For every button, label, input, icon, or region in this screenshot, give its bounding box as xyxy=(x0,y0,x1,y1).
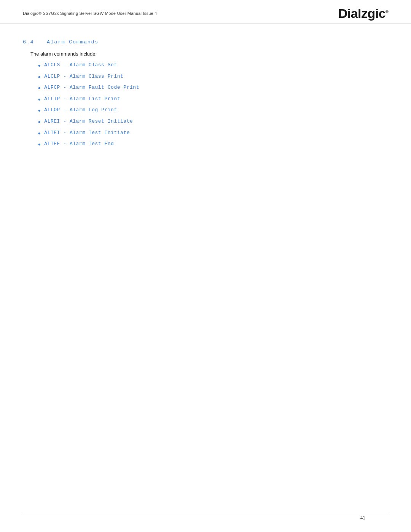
page-header: Dialogic® SS7G2x Signaling Server SGW Mo… xyxy=(0,0,411,24)
altei-link[interactable]: ALTEI - Alarm Test Initiate xyxy=(44,130,130,136)
alclp-link[interactable]: ALCLP - Alarm Class Print xyxy=(44,73,123,79)
alrei-link[interactable]: ALREI - Alarm Reset Initiate xyxy=(44,118,133,124)
list-item: • ALCLS - Alarm Class Set xyxy=(38,62,388,70)
bullet-icon: • xyxy=(38,85,40,93)
section-heading: 6.4 Alarm Commands xyxy=(23,39,388,45)
bullet-icon: • xyxy=(38,96,40,104)
list-item: • ALCLP - Alarm Class Print xyxy=(38,73,388,82)
list-item: • ALTEI - Alarm Test Initiate xyxy=(38,130,388,138)
main-content: 6.4 Alarm Commands The alarm commands in… xyxy=(0,24,411,175)
alfcp-link[interactable]: ALFCP - Alarm Fault Code Print xyxy=(44,85,139,90)
section-number: 6.4 xyxy=(23,39,34,45)
bullet-icon: • xyxy=(38,62,40,70)
allop-link[interactable]: ALLOP - Alarm Log Print xyxy=(44,107,117,113)
list-item: • ALFCP - Alarm Fault Code Print xyxy=(38,85,388,93)
allip-link[interactable]: ALLIP - Alarm List Print xyxy=(44,96,120,102)
list-item: • ALTEE - Alarm Test End xyxy=(38,141,388,149)
bullet-icon: • xyxy=(38,130,40,138)
logo-area: Dialzgic® xyxy=(338,7,388,20)
altee-link[interactable]: ALTEE - Alarm Test End xyxy=(44,141,114,147)
list-item: • ALLOP - Alarm Log Print xyxy=(38,107,388,115)
intro-text: The alarm commands include: xyxy=(30,51,388,57)
bullet-icon: • xyxy=(38,118,40,127)
page-footer: 41 xyxy=(23,512,388,521)
page-container: Dialogic® SS7G2x Signaling Server SGW Mo… xyxy=(0,0,411,532)
logo-registered-mark: ® xyxy=(386,10,388,14)
bullet-icon: • xyxy=(38,107,40,115)
list-item: • ALREI - Alarm Reset Initiate xyxy=(38,118,388,127)
logo-text: Dialzgic® xyxy=(338,7,388,20)
alcls-link[interactable]: ALCLS - Alarm Class Set xyxy=(44,62,117,68)
alarm-commands-list: • ALCLS - Alarm Class Set • ALCLP - Alar… xyxy=(38,62,388,149)
page-number: 41 xyxy=(360,515,365,521)
bullet-icon: • xyxy=(38,73,40,82)
bullet-icon: • xyxy=(38,141,40,149)
header-title: Dialogic® SS7G2x Signaling Server SGW Mo… xyxy=(23,11,157,16)
section-title: Alarm Commands xyxy=(47,39,99,45)
list-item: • ALLIP - Alarm List Print xyxy=(38,96,388,104)
